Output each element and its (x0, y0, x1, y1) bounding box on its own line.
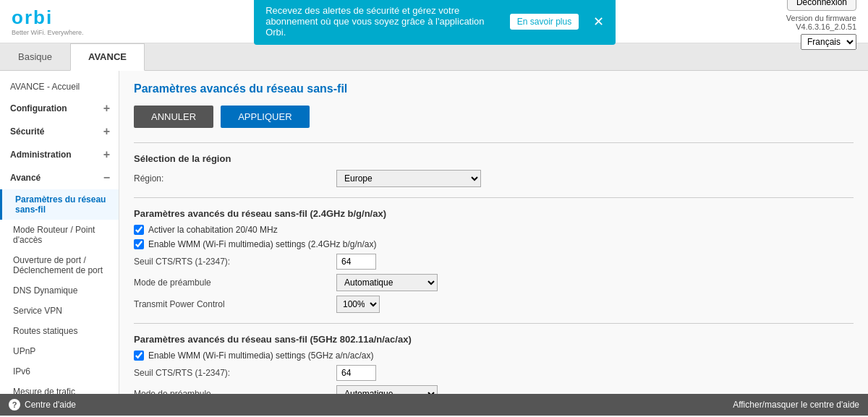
sidebar-item-mesure[interactable]: Mesure de trafic (0, 382, 119, 394)
preambule24-label: Mode de préambule (134, 278, 336, 288)
cts5-input[interactable] (336, 365, 376, 381)
sidebar-item-ipv6[interactable]: IPv6 (0, 361, 119, 382)
sidebar-item-routes[interactable]: Routes statiques (0, 321, 119, 341)
firmware-info: Version du firmware V4.6.3.16_2.0.51 (786, 14, 856, 31)
footer-toggle-label[interactable]: Afficher/masquer le centre d'aide (733, 400, 859, 410)
region-select[interactable]: Europe Amérique du Nord Asie (336, 170, 481, 187)
cancel-button[interactable]: ANNULER (134, 106, 213, 128)
main-layout: AVANCE - Accueil Configuration + Sécurit… (0, 71, 868, 394)
sidebar-item-mode-routeur[interactable]: Mode Routeur / Point d'accès (0, 220, 119, 250)
logo-area: orbi Better WiFi. Everywhere. (12, 7, 84, 36)
wifi5-section-title: Paramètres avancés du réseau sans-fil (5… (134, 334, 854, 345)
firmware-label: Version du firmware (786, 14, 856, 22)
language-select[interactable]: Français (801, 34, 856, 50)
cohabitation-checkbox[interactable] (134, 225, 144, 235)
wifi24-section-title: Paramètres avancés du réseau sans-fil (2… (134, 208, 854, 219)
firmware-version: V4.6.3.16_2.0.51 (796, 22, 856, 31)
apply-button[interactable]: APPLIQUER (221, 106, 309, 128)
sidebar-item-dns[interactable]: DNS Dynamique (0, 280, 119, 301)
sidebar-item-parametres-reseau[interactable]: Paramètres du réseau sans-fil (0, 189, 119, 220)
cts24-row: Seuil CTS/RTS (1-2347): (134, 254, 854, 270)
disconnect-button[interactable]: Déconnexion (787, 0, 856, 11)
region-section-title: Sélection de la région (134, 153, 854, 164)
power24-select[interactable]: 100% 75% 50% 25% (336, 296, 380, 313)
sidebar-item-administration[interactable]: Administration + (0, 143, 119, 166)
region-row: Région: Europe Amérique du Nord Asie (134, 170, 854, 187)
alert-banner: Recevez des alertes de sécurité et gérez… (254, 0, 616, 45)
cts24-label: Seuil CTS/RTS (1-2347): (134, 257, 336, 267)
expand-icon: + (103, 125, 110, 138)
divider-3 (134, 323, 854, 324)
close-icon[interactable]: ✕ (593, 14, 604, 30)
power24-label: Transmit Power Control (134, 299, 336, 309)
preambule5-select[interactable]: Automatique Long Short (336, 385, 438, 394)
cts5-label: Seuil CTS/RTS (1-2347): (134, 368, 336, 378)
sidebar-item-avance[interactable]: Avancé − (0, 166, 119, 189)
cts5-row: Seuil CTS/RTS (1-2347): (134, 365, 854, 381)
header-right: Déconnexion Version du firmware V4.6.3.1… (786, 0, 856, 50)
tab-avance[interactable]: AVANCE (70, 43, 145, 71)
sidebar-item-service-vpn[interactable]: Service VPN (0, 301, 119, 321)
cohabitation-label: Activer la cohabitation 20/40 MHz (148, 225, 278, 235)
wmm24-label: Enable WMM (Wi-Fi multimedia) settings (… (148, 239, 376, 249)
collapse-icon: − (103, 171, 110, 184)
sidebar-item-upnp[interactable]: UPnP (0, 341, 119, 361)
wmm5-label: Enable WMM (Wi-Fi multimedia) settings (… (148, 351, 373, 361)
help-icon: ? (9, 399, 20, 410)
wmm24-checkbox[interactable] (134, 239, 144, 249)
footer-left: ? Centre d'aide (9, 399, 76, 410)
sidebar-item-securite[interactable]: Sécurité + (0, 120, 119, 143)
action-buttons: ANNULER APPLIQUER (134, 106, 854, 128)
page-title: Paramètres avancés du réseau sans-fil (134, 82, 854, 95)
header: orbi Better WiFi. Everywhere. Recevez de… (0, 0, 868, 43)
expand-icon: + (103, 148, 110, 161)
sidebar-item-ouverture-port[interactable]: Ouverture de port / Déclenchement de por… (0, 250, 119, 280)
region-label: Région: (134, 173, 336, 184)
cts24-input[interactable] (336, 254, 376, 270)
expand-icon: + (103, 102, 110, 115)
alert-text: Recevez des alertes de sécurité et gérez… (265, 5, 501, 38)
logo: orbi (12, 7, 84, 29)
tab-basique[interactable]: Basique (0, 43, 70, 70)
tagline: Better WiFi. Everywhere. (12, 29, 84, 36)
content-area: Paramètres avancés du réseau sans-fil AN… (119, 71, 868, 394)
footer-help-label: Centre d'aide (25, 400, 76, 410)
preambule24-row: Mode de préambule Automatique Long Short (134, 274, 854, 291)
sidebar: AVANCE - Accueil Configuration + Sécurit… (0, 71, 119, 394)
sidebar-item-home[interactable]: AVANCE - Accueil (0, 77, 119, 97)
preambule24-select[interactable]: Automatique Long Short (336, 274, 438, 291)
divider-1 (134, 142, 854, 143)
preambule5-label: Mode de préambule (134, 389, 336, 394)
sidebar-item-configuration[interactable]: Configuration + (0, 97, 119, 120)
cohabitation-row: Activer la cohabitation 20/40 MHz (134, 225, 854, 235)
power24-row: Transmit Power Control 100% 75% 50% 25% (134, 296, 854, 313)
preambule5-row: Mode de préambule Automatique Long Short (134, 385, 854, 394)
wmm5-row: Enable WMM (Wi-Fi multimedia) settings (… (134, 351, 854, 361)
alert-link[interactable]: En savoir plus (510, 14, 579, 30)
footer: ? Centre d'aide Afficher/masquer le cent… (0, 394, 868, 416)
tab-bar: Basique AVANCE (0, 43, 868, 71)
wmm24-row: Enable WMM (Wi-Fi multimedia) settings (… (134, 239, 854, 249)
divider-2 (134, 197, 854, 198)
wmm5-checkbox[interactable] (134, 351, 144, 361)
